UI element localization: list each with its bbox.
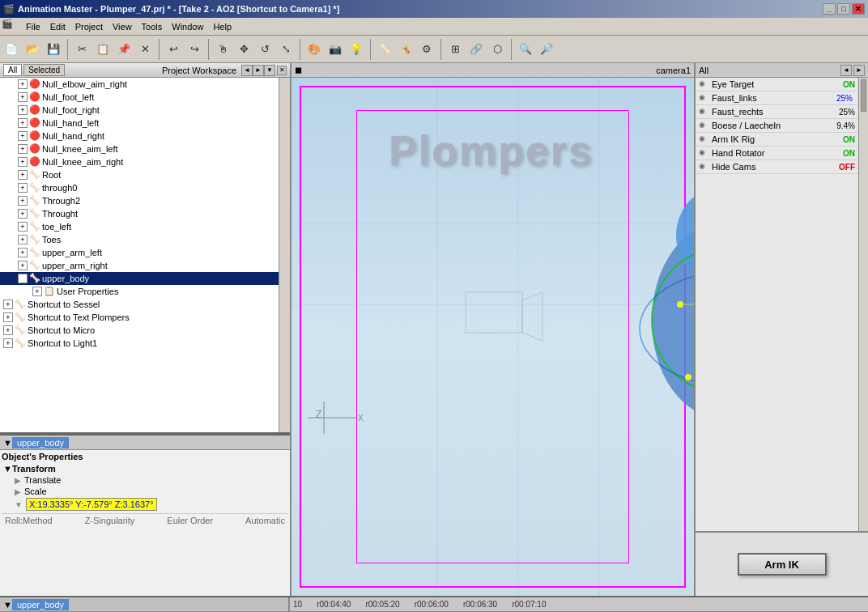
wireframe-button[interactable]: ⬡ (487, 40, 507, 59)
tree-item[interactable]: +🦴Toes (0, 233, 279, 246)
zoom-out-button[interactable]: 🔎 (537, 40, 556, 59)
tree-item[interactable]: +🦴through0 (0, 181, 279, 194)
menu-edit[interactable]: Edit (45, 20, 70, 33)
tree-expand-icon[interactable]: + (18, 79, 28, 89)
tree-expand-icon[interactable]: + (18, 209, 28, 219)
tree-expand-icon[interactable]: + (18, 170, 28, 180)
rp-nav-next[interactable]: ► (853, 65, 865, 76)
move-button[interactable]: ✥ (234, 40, 253, 59)
viewport[interactable]: ◼ camera1 Plompers Z (291, 63, 694, 596)
menu-project[interactable]: Project (70, 20, 108, 33)
tree-item[interactable]: +🔴Null_hand_right (0, 130, 279, 142)
tree-expand-icon[interactable]: + (18, 196, 28, 206)
tree-expand-icon[interactable]: + (3, 338, 13, 348)
translate-item[interactable]: ▶ Translate (2, 474, 288, 486)
tree-expand-icon[interactable]: + (18, 131, 28, 141)
tree-expand-icon[interactable]: + (3, 312, 13, 322)
bone-button[interactable]: 🦴 (375, 40, 394, 59)
tree-expand-icon[interactable]: + (32, 287, 42, 296)
project-workspace-scrollbar[interactable] (279, 78, 290, 432)
tree-expand-icon[interactable]: + (18, 157, 28, 167)
redo-button[interactable]: ↪ (185, 40, 204, 59)
close-button[interactable]: ✕ (852, 3, 865, 15)
undo-button[interactable]: ↩ (164, 40, 183, 59)
copy-button[interactable]: 📋 (93, 40, 113, 59)
rp-row[interactable]: ◉Faust_rechts25% (696, 105, 858, 119)
rp-row[interactable]: ◉Arm IK RigON (696, 133, 858, 147)
tree-expand-icon[interactable]: + (3, 325, 13, 335)
rp-row[interactable]: ◉Hand RotatorON (696, 147, 858, 160)
arm-ik-button[interactable]: Arm IK (738, 553, 827, 576)
grid-button[interactable]: ⊞ (445, 40, 465, 59)
rp-nav-prev[interactable]: ◄ (840, 65, 852, 76)
tree-expand-icon[interactable]: + (18, 235, 28, 244)
tree-item[interactable]: +🦴Shortcut to Light1 (0, 337, 279, 350)
save-button[interactable]: 💾 (44, 40, 63, 59)
rp-row[interactable]: ◉Hide CamsOFF (696, 160, 858, 174)
rp-scrollbar[interactable] (858, 78, 868, 531)
tree-item[interactable]: +🔴Null_foot_left (0, 91, 279, 104)
menu-view[interactable]: View (108, 20, 137, 33)
menu-file[interactable]: File (21, 20, 45, 33)
tree-item[interactable]: +🔴Null_knee_aim_right (0, 155, 279, 168)
tree-item[interactable]: +🔴Null_hand_left (0, 117, 279, 130)
tree-item[interactable]: −🦴upper_body (0, 272, 279, 285)
rp-row[interactable]: ◉Faust_links25% (696, 91, 858, 105)
tree-item[interactable]: +🦴Shortcut to Text Plompers (0, 311, 279, 324)
tree-item[interactable]: +📋User Properties (0, 285, 279, 298)
select-button[interactable]: 🖱 (213, 40, 232, 59)
tree-expand-icon[interactable]: + (18, 183, 28, 193)
viewport-canvas[interactable]: Plompers Z X (291, 78, 694, 596)
tree-expand-icon[interactable]: + (18, 248, 28, 257)
tree-item[interactable]: +🔴Null_elbow_aim_right (0, 78, 279, 91)
tree-item[interactable]: +🔴Null_foot_right (0, 104, 279, 117)
rotate-button[interactable]: ↺ (255, 40, 274, 59)
paste-button[interactable]: 📌 (114, 40, 134, 59)
tree-item[interactable]: +🔴Null_knee_aim_left (0, 142, 279, 155)
rp-row[interactable]: ◉Eye TargetON (696, 78, 858, 91)
maximize-button[interactable]: □ (837, 3, 850, 15)
tree-expand-icon[interactable]: − (18, 274, 28, 283)
scale-button[interactable]: ⤡ (276, 40, 296, 59)
rp-row[interactable]: ◉Boese / Laecheln9.4% (696, 119, 858, 133)
menu-help[interactable]: Help (208, 20, 236, 33)
tree-item[interactable]: +🦴Shortcut to Sessel (0, 298, 279, 311)
pw-tab-selected[interactable]: Selected (23, 64, 65, 76)
pw-close-button[interactable]: ✕ (277, 66, 287, 75)
menu-window[interactable]: Window (167, 20, 208, 33)
tree-item[interactable]: +🦴upper_arm_left (0, 246, 279, 259)
pose-button[interactable]: 🤸 (396, 40, 415, 59)
tree-expand-icon[interactable]: + (18, 144, 28, 154)
pw-nav-next[interactable]: ► (253, 65, 264, 76)
menu-tools[interactable]: Tools (137, 20, 168, 33)
new-button[interactable]: 📄 (2, 40, 21, 59)
snap-button[interactable]: 🔗 (466, 40, 486, 59)
tree-expand-icon[interactable]: + (18, 118, 28, 128)
tree-expand-icon[interactable]: + (18, 92, 28, 102)
ik-button[interactable]: ⚙ (417, 40, 436, 59)
light-button[interactable]: 💡 (347, 40, 366, 59)
pw-tab-all[interactable]: All (3, 64, 22, 76)
tree-item[interactable]: +🦴upper_arm_right (0, 259, 279, 272)
tree-item[interactable]: +🦴Root (0, 168, 279, 181)
tree-expand-icon[interactable]: + (18, 222, 28, 232)
tree-expand-icon[interactable]: + (18, 261, 28, 270)
zoom-in-button[interactable]: 🔍 (516, 40, 535, 59)
camera-button[interactable]: 📷 (326, 40, 345, 59)
tree-expand-icon[interactable]: + (3, 300, 13, 309)
tree-item[interactable]: +🦴toe_left (0, 220, 279, 233)
render-button[interactable]: 🎨 (304, 40, 324, 59)
cut-button[interactable]: ✂ (72, 40, 91, 59)
open-button[interactable]: 📂 (23, 40, 42, 59)
tree-expand-icon[interactable]: + (18, 105, 28, 115)
minimize-button[interactable]: _ (823, 3, 836, 15)
delete-button[interactable]: ✕ (135, 40, 155, 59)
pw-nav-prev[interactable]: ◄ (241, 65, 253, 76)
tree-item[interactable]: +🦴Through2 (0, 194, 279, 207)
rotate-item[interactable]: ▼ X:19.3335° Y:-7.579° Z:3.1637° (2, 497, 288, 512)
tree-item[interactable]: +🦴Throught (0, 207, 279, 220)
tree-item[interactable]: +🦴Shortcut to Micro (0, 324, 279, 337)
pw-expand[interactable]: ▼ (264, 65, 275, 76)
scale-item[interactable]: ▶ Scale (2, 486, 288, 497)
transform-group-header[interactable]: ▼ Transform (2, 463, 288, 474)
